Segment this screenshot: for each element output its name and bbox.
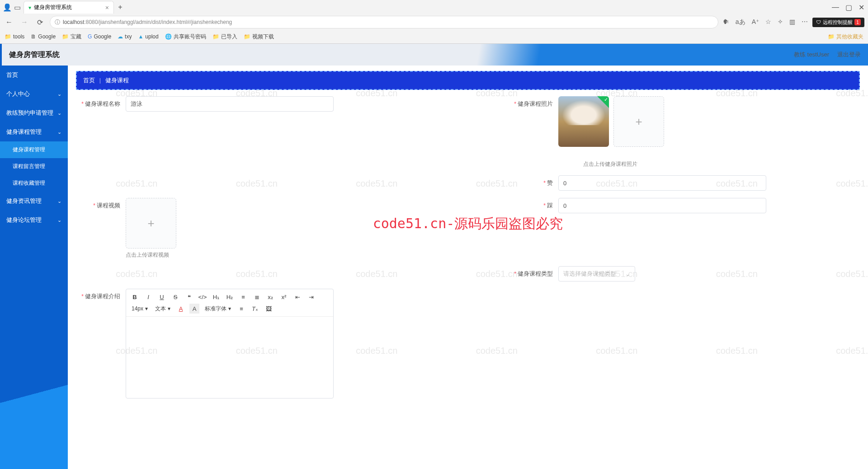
bg-color-icon[interactable]: A bbox=[189, 304, 199, 314]
close-icon[interactable]: ✕ bbox=[859, 3, 864, 12]
bookmark-other[interactable]: 📁其他收藏夹 bbox=[828, 33, 863, 41]
cai-input[interactable] bbox=[558, 198, 766, 213]
text-size-icon[interactable]: A⁺ bbox=[752, 18, 759, 26]
course-name-input[interactable] bbox=[126, 96, 334, 112]
sidebar: 首页 个人中心⌄ 教练预约申请管理⌄ 健身课程管理⌄ 健身课程管理 课程留言管理… bbox=[0, 66, 68, 469]
bookmark-imported[interactable]: 📁已导入 bbox=[212, 33, 237, 41]
new-tab-button[interactable]: + bbox=[117, 4, 124, 11]
read-icon[interactable]: aあ bbox=[736, 18, 745, 26]
bookmark-share[interactable]: 🌐共享账号密码 bbox=[165, 33, 206, 41]
type-select[interactable]: 请选择健身课程类型 ⌄ bbox=[558, 266, 635, 281]
folder-icon: 📁 bbox=[5, 33, 11, 40]
browser-tab[interactable]: ▾ 健身房管理系统 × bbox=[24, 1, 114, 14]
refresh-button[interactable]: ⟳ bbox=[34, 17, 45, 28]
sidebar-item-coach-apply[interactable]: 教练预约申请管理⌄ bbox=[0, 103, 68, 122]
type-placeholder: 请选择健身课程类型 bbox=[563, 270, 616, 278]
sidebar-item-course-mgmt[interactable]: 健身课程管理⌄ bbox=[0, 122, 68, 141]
bookmark-google1[interactable]: 🗎Google bbox=[31, 33, 56, 40]
bookmark-baozang[interactable]: 📁宝藏 bbox=[62, 33, 81, 41]
folder-icon: 📁 bbox=[212, 33, 219, 40]
zan-input[interactable] bbox=[558, 175, 766, 191]
minimize-icon[interactable]: — bbox=[832, 3, 839, 12]
profile-icon[interactable]: 👤 bbox=[4, 4, 11, 11]
sidebar-sub-message[interactable]: 课程留言管理 bbox=[0, 158, 68, 175]
bookmark-google2[interactable]: GGoogle bbox=[88, 33, 111, 40]
upload-photo-button[interactable]: + bbox=[613, 96, 664, 147]
editor-body[interactable] bbox=[126, 317, 333, 398]
clear-format-icon[interactable]: Tₓ bbox=[250, 304, 260, 314]
tabs-icon[interactable]: ▭ bbox=[14, 4, 21, 11]
sidebar-item-home[interactable]: 首页 bbox=[0, 66, 68, 84]
tab-bar: 👤 ▭ ▾ 健身房管理系统 × + — ▢ ✕ bbox=[0, 0, 868, 14]
font-size-select[interactable]: 14px▾ bbox=[130, 305, 150, 312]
image-icon[interactable]: 🖼 bbox=[264, 304, 274, 314]
google-icon: G bbox=[88, 33, 92, 40]
indent-left-icon[interactable]: ⇤ bbox=[292, 292, 302, 302]
upload-video-button[interactable]: + bbox=[126, 198, 176, 249]
breadcrumb-home[interactable]: 首页 bbox=[83, 77, 95, 84]
bookmark-txy[interactable]: ☁txy bbox=[118, 33, 132, 40]
h1-icon[interactable]: H₁ bbox=[211, 292, 221, 302]
tab-close-icon[interactable]: × bbox=[105, 4, 109, 11]
back-button[interactable]: ← bbox=[4, 17, 14, 28]
italic-icon[interactable]: I bbox=[143, 292, 153, 302]
align-icon[interactable]: ≡ bbox=[236, 304, 246, 314]
list-ol-icon[interactable]: ≡ bbox=[238, 292, 248, 302]
sidebar-item-personal[interactable]: 个人中心⌄ bbox=[0, 84, 68, 103]
list-ul-icon[interactable]: ≣ bbox=[252, 292, 262, 302]
remote-count: 1 bbox=[854, 19, 861, 25]
url-port: :8080 bbox=[84, 19, 98, 25]
url-host: localhost bbox=[63, 19, 84, 25]
font-family-select[interactable]: 标准字体▾ bbox=[203, 305, 233, 313]
bookmark-uplod[interactable]: ▲uplod bbox=[138, 33, 158, 40]
sidebar-item-forum[interactable]: 健身论坛管理⌄ bbox=[0, 211, 68, 230]
maximize-icon[interactable]: ▢ bbox=[845, 3, 852, 12]
logout-link[interactable]: 退出登录 bbox=[837, 51, 861, 59]
code-icon[interactable]: </> bbox=[198, 292, 208, 302]
form-row: *健身课程类型 请选择健身课程类型 ⌄ bbox=[76, 266, 860, 281]
folder-icon: 📁 bbox=[244, 33, 250, 40]
site-info-icon[interactable]: ⓘ bbox=[55, 19, 60, 26]
app-header: 健身房管理系统 教练 testUser 退出登录 bbox=[0, 44, 868, 66]
rich-editor: B I U S ❝ </> H₁ H₂ ≡ ≣ x₂ bbox=[126, 289, 334, 399]
paragraph-select[interactable]: 文本▾ bbox=[153, 305, 172, 313]
form-row: *健身课程介绍 B I U S ❝ </> H₁ H₂ bbox=[76, 289, 860, 399]
uplod-icon: ▲ bbox=[138, 33, 143, 40]
strike-icon[interactable]: S bbox=[170, 292, 180, 302]
breadcrumb-sep: | bbox=[99, 77, 101, 84]
collections-icon[interactable]: ▥ bbox=[789, 18, 795, 26]
breadcrumb: 首页 | 健身课程 bbox=[76, 71, 860, 90]
voice-icon[interactable]: 🗣 bbox=[723, 18, 729, 26]
app-title: 健身房管理系统 bbox=[9, 50, 60, 60]
sidebar-sub-favorite[interactable]: 课程收藏管理 bbox=[0, 175, 68, 192]
watermark-center: code51.cn-源码乐园盗图必究 bbox=[373, 215, 563, 233]
subscript-icon[interactable]: x₂ bbox=[265, 292, 275, 302]
breadcrumb-current: 健身课程 bbox=[105, 77, 129, 84]
remote-text: 远程控制提醒 bbox=[823, 19, 853, 26]
sidebar-sub-course[interactable]: 健身课程管理 bbox=[0, 141, 68, 158]
photo-hint: 点击上传健身课程照片 bbox=[558, 160, 662, 168]
superscript-icon[interactable]: x² bbox=[279, 292, 289, 302]
bookmark-video[interactable]: 📁视频下载 bbox=[244, 33, 274, 41]
indent-right-icon[interactable]: ⇥ bbox=[306, 292, 316, 302]
folder-icon: 📁 bbox=[62, 33, 69, 40]
bold-icon[interactable]: B bbox=[130, 292, 140, 302]
menu-icon[interactable]: ⋯ bbox=[802, 18, 808, 26]
toolbar-icons: 🗣 aあ A⁺ ☆ ✧ ▥ ⋯ bbox=[723, 18, 808, 26]
quote-icon[interactable]: ❝ bbox=[184, 292, 194, 302]
url-input[interactable]: ⓘ localhost:8080/jianshenfanggl/admin/di… bbox=[50, 16, 718, 28]
user-label[interactable]: 教练 testUser bbox=[794, 51, 829, 59]
course-photo-label: *健身课程照片 bbox=[468, 96, 558, 108]
sidebar-item-info[interactable]: 健身资讯管理⌄ bbox=[0, 192, 68, 211]
bookmark-tools[interactable]: 📁tools bbox=[5, 33, 24, 40]
uploaded-thumbnail[interactable] bbox=[558, 96, 609, 147]
type-label: *健身课程类型 bbox=[468, 266, 558, 278]
favorite-icon[interactable]: ☆ bbox=[765, 18, 771, 26]
extensions-icon[interactable]: ✧ bbox=[778, 18, 783, 26]
h2-icon[interactable]: H₂ bbox=[225, 292, 235, 302]
forward-button[interactable]: → bbox=[19, 17, 30, 28]
header-right: 教练 testUser 退出登录 bbox=[794, 51, 861, 59]
underline-icon[interactable]: U bbox=[157, 292, 167, 302]
font-color-icon[interactable]: A bbox=[176, 304, 186, 314]
remote-control-badge[interactable]: 🛡 远程控制提醒 1 bbox=[812, 18, 864, 27]
